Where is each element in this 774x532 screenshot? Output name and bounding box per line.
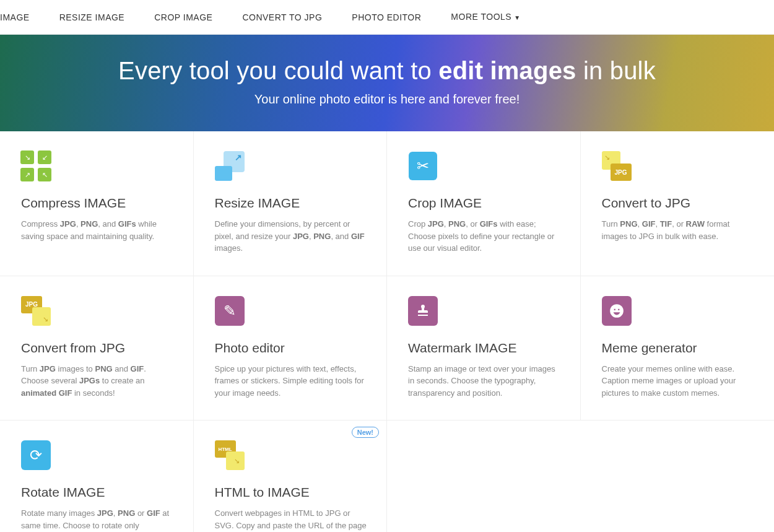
- tool-title: Photo editor: [215, 341, 370, 355]
- tool-desc: Stamp an image or text over your images …: [408, 363, 563, 399]
- tool-desc: Convert webpages in HTML to JPG or SVG. …: [215, 507, 370, 532]
- tool-title: Watermark IMAGE: [408, 341, 563, 355]
- tool-title: Compress IMAGE: [21, 196, 176, 211]
- tool-desc: Define your dimensions, by percent or pi…: [215, 218, 370, 255]
- top-nav: IMAGE RESIZE IMAGE CROP IMAGE CONVERT TO…: [0, 0, 774, 35]
- tool-convert-to-jpg[interactable]: ↘JPG Convert to JPG Turn PNG, GIF, TIF, …: [581, 131, 775, 276]
- tool-title: Meme generator: [602, 341, 757, 355]
- convert-from-jpg-icon: JPG↘: [21, 296, 51, 326]
- pencil-icon: ✎: [215, 296, 245, 326]
- nav-resize-image[interactable]: RESIZE IMAGE: [45, 0, 140, 35]
- tool-title: Convert to JPG: [602, 196, 757, 211]
- tool-crop-image[interactable]: ✂ Crop IMAGE Crop JPG, PNG, or GIFs with…: [387, 131, 581, 276]
- nav-photo-editor[interactable]: PHOTO EDITOR: [337, 0, 436, 35]
- tool-compress-image[interactable]: ↘↙↗↖ Compress IMAGE Compress JPG, PNG, a…: [0, 131, 194, 276]
- stamp-icon: [408, 296, 438, 326]
- tool-desc: Create your memes online with ease. Capt…: [602, 363, 757, 399]
- resize-icon: ↗: [215, 151, 245, 181]
- nav-convert-to-jpg[interactable]: CONVERT TO JPG: [227, 0, 337, 35]
- tool-title: HTML to IMAGE: [215, 485, 370, 500]
- tool-desc: Crop JPG, PNG, or GIFs with ease; Choose…: [408, 218, 563, 255]
- convert-to-jpg-icon: ↘JPG: [602, 151, 632, 181]
- tool-desc: Turn JPG images to PNG and GIF. Choose s…: [21, 363, 176, 399]
- compress-icon: ↘↙↗↖: [21, 151, 51, 181]
- tool-meme-generator[interactable]: Meme generator Create your memes online …: [581, 276, 775, 421]
- tool-desc: Spice up your pictures with text, effect…: [215, 363, 370, 399]
- tool-desc: Turn PNG, GIF, TIF, or RAW format images…: [602, 218, 757, 242]
- tool-desc: Compress JPG, PNG, and GIFs while saving…: [21, 218, 176, 242]
- tools-section: ↘↙↗↖ Compress IMAGE Compress JPG, PNG, a…: [0, 131, 774, 532]
- tool-title: Rotate IMAGE: [21, 485, 176, 500]
- tool-html-to-image[interactable]: New! HTML↘ HTML to IMAGE Convert webpage…: [194, 421, 388, 532]
- nav-more-tools[interactable]: MORE TOOLS▼: [436, 0, 535, 35]
- tool-title: Crop IMAGE: [408, 196, 563, 211]
- nav-compress-image[interactable]: IMAGE: [0, 0, 45, 35]
- tool-photo-editor[interactable]: ✎ Photo editor Spice up your pictures wi…: [194, 276, 388, 421]
- tool-title: Convert from JPG: [21, 341, 176, 355]
- tool-desc: Rotate many images JPG, PNG or GIF at sa…: [21, 507, 176, 532]
- new-badge: New!: [352, 427, 379, 438]
- tool-resize-image[interactable]: ↗ Resize IMAGE Define your dimensions, b…: [194, 131, 388, 276]
- crop-icon: ✂: [408, 151, 438, 181]
- tool-convert-from-jpg[interactable]: JPG↘ Convert from JPG Turn JPG images to…: [0, 276, 194, 421]
- hero-title: Every tool you could want to edit images…: [12, 57, 762, 85]
- smiley-icon: [602, 296, 632, 326]
- tool-watermark-image[interactable]: Watermark IMAGE Stamp an image or text o…: [387, 276, 581, 421]
- svg-point-0: [610, 304, 624, 318]
- rotate-icon: ⟳: [21, 440, 51, 470]
- tool-title: Resize IMAGE: [215, 196, 370, 211]
- caret-down-icon: ▼: [514, 14, 520, 21]
- html-to-image-icon: HTML↘: [215, 440, 245, 470]
- tool-rotate-image[interactable]: ⟳ Rotate IMAGE Rotate many images JPG, P…: [0, 421, 194, 532]
- nav-more-tools-label: MORE TOOLS: [451, 12, 511, 22]
- hero-subtitle: Your online photo editor is here and for…: [12, 92, 762, 107]
- nav-crop-image[interactable]: CROP IMAGE: [139, 0, 227, 35]
